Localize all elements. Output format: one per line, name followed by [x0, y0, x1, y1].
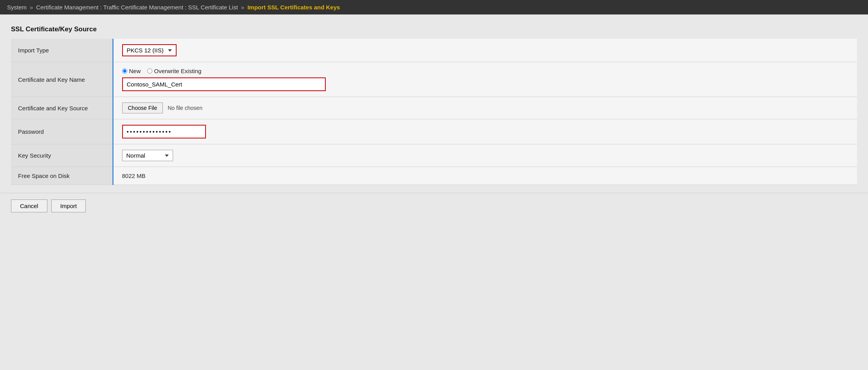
radio-row: New Overwrite Existing [122, 68, 850, 74]
password-value-cell [113, 119, 857, 144]
free-space-label: Free Space on Disk [11, 167, 113, 185]
radio-overwrite-text: Overwrite Existing [154, 68, 202, 74]
import-button[interactable]: Import [51, 199, 86, 212]
radio-overwrite-label[interactable]: Overwrite Existing [147, 68, 202, 74]
import-type-label: Import Type [11, 39, 113, 62]
key-security-label: Key Security [11, 144, 113, 167]
cert-key-name-label: Certificate and Key Name [11, 62, 113, 97]
cert-name-input[interactable] [122, 77, 326, 91]
radio-new-label[interactable]: New [122, 68, 141, 74]
form-table: Import Type PKCS 12 (IIS) PEM DER PKCS 7… [11, 39, 857, 185]
import-type-select[interactable]: PKCS 12 (IIS) PEM DER PKCS 7 [127, 47, 164, 54]
key-security-select[interactable]: Normal High FIPS [126, 152, 161, 159]
radio-overwrite[interactable] [147, 68, 152, 74]
import-type-value-cell: PKCS 12 (IIS) PEM DER PKCS 7 [113, 39, 857, 62]
password-row: Password [11, 119, 857, 144]
breadcrumb-sep-2: » [241, 4, 244, 11]
cancel-button[interactable]: Cancel [11, 199, 47, 212]
file-section: Choose File No file chosen [122, 102, 850, 113]
key-security-select-wrapper[interactable]: Normal High FIPS [122, 150, 173, 161]
import-type-row: Import Type PKCS 12 (IIS) PEM DER PKCS 7 [11, 39, 857, 62]
breadcrumb-cert-mgmt: Certificate Management : Traffic Certifi… [36, 4, 238, 11]
no-file-text: No file chosen [168, 105, 202, 111]
breadcrumb-sep-1: » [30, 4, 33, 11]
cert-key-source-row: Certificate and Key Source Choose File N… [11, 97, 857, 119]
password-input[interactable] [122, 125, 206, 138]
page-content: SSL Certificate/Key Source Import Type P… [0, 14, 868, 193]
cert-key-source-value-cell: Choose File No file chosen [113, 97, 857, 119]
breadcrumb-system: System [7, 4, 27, 11]
free-space-value-cell: 8022 MB [113, 167, 857, 185]
key-security-value-cell: Normal High FIPS [113, 144, 857, 167]
key-security-chevron-icon [165, 154, 169, 157]
action-bar: Cancel Import [0, 193, 868, 219]
cert-key-name-row: Certificate and Key Name New Overwrite E… [11, 62, 857, 97]
breadcrumb: System » Certificate Management : Traffi… [0, 0, 868, 14]
choose-file-button[interactable]: Choose File [122, 102, 163, 113]
cert-key-name-value-cell: New Overwrite Existing [113, 62, 857, 97]
radio-new[interactable] [122, 68, 127, 74]
free-space-row: Free Space on Disk 8022 MB [11, 167, 857, 185]
radio-new-text: New [129, 68, 141, 74]
password-label: Password [11, 119, 113, 144]
key-security-row: Key Security Normal High FIPS [11, 144, 857, 167]
import-type-chevron-icon [168, 49, 172, 52]
import-type-select-wrapper[interactable]: PKCS 12 (IIS) PEM DER PKCS 7 [122, 44, 177, 56]
disk-space-value: 8022 MB [122, 172, 146, 179]
breadcrumb-current: Import SSL Certificates and Keys [247, 4, 340, 11]
section-title: SSL Certificate/Key Source [11, 25, 857, 33]
cert-key-source-label: Certificate and Key Source [11, 97, 113, 119]
